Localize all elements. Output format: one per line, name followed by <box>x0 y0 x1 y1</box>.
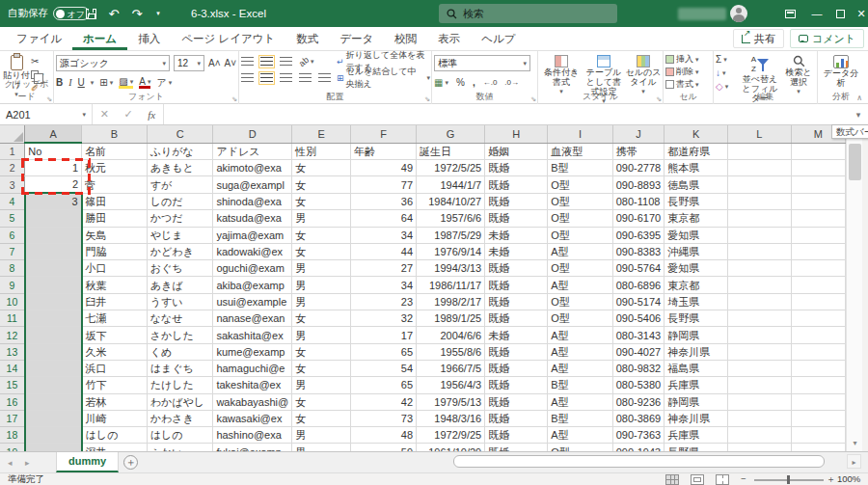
cell[interactable]: kawasaki@ex <box>213 410 292 426</box>
cell[interactable]: 34 <box>351 277 417 293</box>
cell[interactable]: A型 <box>548 393 613 410</box>
header-cell[interactable]: 性別 <box>292 143 351 160</box>
cell[interactable]: 熊本県 <box>665 160 728 176</box>
name-box[interactable]: A201 ▾ <box>0 104 93 124</box>
align-middle-icon[interactable] <box>260 57 273 67</box>
cell[interactable]: しのだ <box>147 193 213 210</box>
cell[interactable]: 勝田 <box>82 210 148 227</box>
cell[interactable]: 1957/6/6 <box>417 210 485 227</box>
cell[interactable]: 女 <box>292 310 351 327</box>
cell[interactable] <box>25 393 82 410</box>
tab-file[interactable]: ファイル <box>6 27 72 50</box>
cell[interactable]: 090-7363 <box>612 427 665 444</box>
cell[interactable]: 秋葉 <box>82 277 148 293</box>
cell[interactable]: 090-8383 <box>612 243 665 259</box>
cell[interactable] <box>727 193 791 210</box>
decrease-font-button[interactable]: A˅ <box>225 57 237 69</box>
cell[interactable]: O型 <box>548 293 613 310</box>
dialog-launcher-icon[interactable]: ⇘ <box>530 95 536 103</box>
cell[interactable]: 090-6395 <box>612 227 665 243</box>
format-cells-button[interactable]: 書式▾ <box>665 78 712 91</box>
cell[interactable]: 49 <box>351 160 417 176</box>
cell[interactable] <box>791 393 845 410</box>
cell[interactable]: 090-8893 <box>612 176 665 194</box>
cell[interactable]: 090-5174 <box>612 293 665 310</box>
cell[interactable]: 既婚 <box>485 393 548 410</box>
enter-button[interactable]: ✓ <box>124 108 133 121</box>
header-cell[interactable]: 血液型 <box>548 143 613 160</box>
tab-home[interactable]: ホーム <box>72 27 127 50</box>
cell[interactable]: 女 <box>292 410 351 426</box>
cell[interactable]: ふかい <box>147 444 213 451</box>
header-cell[interactable]: 名前 <box>82 143 148 160</box>
expand-formula-bar-button[interactable]: ▾ <box>849 104 868 124</box>
cell[interactable]: 既婚 <box>485 410 548 426</box>
cell[interactable]: 女 <box>292 227 351 243</box>
cancel-button[interactable]: ✕ <box>100 108 109 121</box>
cell[interactable] <box>727 160 791 176</box>
cell[interactable]: 既婚 <box>485 377 548 393</box>
cell[interactable]: 1976/9/14 <box>417 243 485 259</box>
header-cell[interactable]: 婚姻 <box>485 143 548 160</box>
cell[interactable]: 1972/5/25 <box>417 160 485 176</box>
row-header-17[interactable]: 17 <box>0 410 25 426</box>
cell[interactable]: 42 <box>351 393 417 410</box>
tab-help[interactable]: ヘルプ <box>471 27 526 50</box>
column-header-H[interactable]: H <box>485 125 548 143</box>
cell[interactable]: 埼玉県 <box>665 293 728 310</box>
underline-button[interactable]: U <box>78 76 85 89</box>
row-header-8[interactable]: 8 <box>0 260 25 277</box>
cell[interactable]: 長野県 <box>665 444 728 451</box>
cell[interactable]: 女 <box>292 243 351 259</box>
cell[interactable] <box>25 243 82 259</box>
align-right-icon[interactable] <box>280 73 292 83</box>
cell[interactable]: 川崎 <box>82 410 148 426</box>
cell[interactable]: 徳島県 <box>665 176 728 194</box>
align-top-icon[interactable] <box>241 57 254 67</box>
data-analysis-button[interactable]: データ分析 <box>820 53 862 88</box>
tab-view[interactable]: 表示 <box>427 27 471 50</box>
cell[interactable]: 3 <box>25 193 82 210</box>
cell[interactable]: 愛知県 <box>665 260 728 277</box>
cell[interactable]: 1987/5/29 <box>417 227 485 243</box>
cell[interactable]: 080-3869 <box>612 410 665 426</box>
cell[interactable] <box>25 343 82 360</box>
cell[interactable]: 090-4027 <box>612 343 665 360</box>
cell[interactable]: 既婚 <box>485 176 548 194</box>
cell[interactable]: nanase@exan <box>213 310 292 327</box>
row-header-7[interactable]: 7 <box>0 243 25 259</box>
borders-button[interactable]: ⊞▾ <box>99 76 113 89</box>
worksheet-grid[interactable]: ABCDEFGHIJKLM1No名前ふりがなアドレス性別年齢誕生日婚姻血液型携帯… <box>0 125 846 451</box>
cell[interactable]: あきば <box>147 277 213 293</box>
cell[interactable]: hashino@exa <box>213 427 292 444</box>
cell[interactable]: うすい <box>147 293 213 310</box>
cell[interactable]: 菅 <box>82 176 148 194</box>
cell[interactable]: 兵庫県 <box>665 427 728 444</box>
scroll-down-button[interactable]: ▾ <box>848 437 862 450</box>
zoom-slider-thumb[interactable] <box>787 475 790 484</box>
scroll-right-button[interactable]: ▸ <box>847 454 861 469</box>
row-header-1[interactable]: 1 <box>0 143 25 160</box>
horizontal-scrollbar-thumb[interactable] <box>453 455 825 468</box>
cell[interactable]: fukai@examp <box>213 444 292 451</box>
cell[interactable]: 44 <box>351 243 417 259</box>
cell[interactable]: 福島県 <box>665 360 728 376</box>
cell[interactable]: 篠田 <box>82 193 148 210</box>
cell[interactable]: 既婚 <box>485 293 548 310</box>
row-header-5[interactable]: 5 <box>0 210 25 227</box>
collapse-ribbon-icon[interactable]: ∧ <box>856 94 862 102</box>
row-header-10[interactable]: 10 <box>0 293 25 310</box>
cell[interactable]: 48 <box>351 427 417 444</box>
header-cell[interactable]: アドレス <box>213 143 292 160</box>
column-header-A[interactable]: A <box>25 125 82 143</box>
insert-cells-button[interactable]: 挿入▾ <box>665 53 712 66</box>
cell[interactable]: kume@examp <box>213 343 292 360</box>
cell[interactable] <box>25 210 82 227</box>
cell[interactable]: 65 <box>351 343 417 360</box>
cell[interactable]: 七瀬 <box>82 310 148 327</box>
restore-button[interactable] <box>831 0 849 27</box>
cell[interactable]: 1944/1/7 <box>417 176 485 194</box>
cell[interactable] <box>727 427 791 444</box>
cell[interactable]: A型 <box>548 327 613 343</box>
dialog-launcher-icon[interactable]: ⇘ <box>46 95 52 103</box>
